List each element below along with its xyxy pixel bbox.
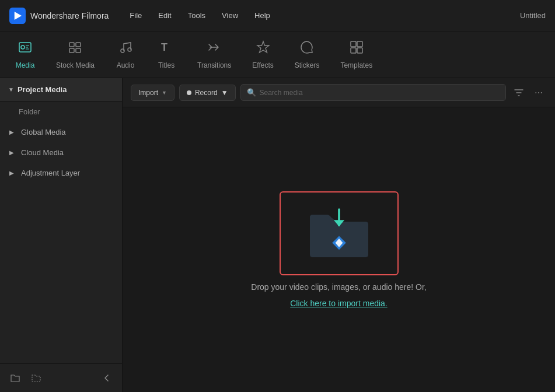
sidebar-chevron-icon: ▼ bbox=[8, 86, 14, 93]
sidebar-item-global-media[interactable]: ▶ Global Media bbox=[0, 122, 122, 142]
svg-rect-5 bbox=[76, 43, 81, 47]
svg-rect-12 bbox=[351, 41, 356, 47]
import-button[interactable]: Import ▼ bbox=[131, 85, 174, 101]
stock-media-icon bbox=[68, 40, 82, 58]
drop-folder-icon bbox=[304, 204, 374, 262]
more-options-icon: ⋯ bbox=[535, 88, 543, 97]
window-title: Untitled bbox=[520, 11, 546, 20]
filter-button[interactable] bbox=[511, 85, 527, 101]
svg-rect-6 bbox=[69, 48, 74, 52]
search-box: 🔍 bbox=[240, 84, 506, 101]
media-tab-icon bbox=[18, 40, 32, 58]
sidebar-footer bbox=[0, 363, 122, 392]
tab-titles-label: Titles bbox=[158, 61, 174, 69]
search-icon: 🔍 bbox=[247, 88, 256, 97]
sidebar-item-folder[interactable]: Folder bbox=[0, 102, 122, 122]
import-link[interactable]: Click here to import media. bbox=[290, 299, 388, 308]
record-dropdown-arrow-icon: ▼ bbox=[221, 89, 228, 97]
menu-help[interactable]: Help bbox=[247, 8, 277, 23]
svg-marker-11 bbox=[257, 41, 269, 52]
tab-templates[interactable]: Templates bbox=[330, 34, 383, 75]
content-panel: Import ▼ Record ▼ 🔍 ⋯ bbox=[123, 78, 555, 392]
audio-icon bbox=[118, 40, 132, 58]
adjustment-chevron-icon: ▶ bbox=[9, 170, 14, 176]
import-dropdown-arrow-icon: ▼ bbox=[162, 90, 167, 96]
adjustment-layer-label: Adjustment Layer bbox=[21, 169, 80, 177]
tab-media[interactable]: Media bbox=[5, 34, 46, 75]
titles-icon: T bbox=[159, 40, 173, 58]
new-folder-button[interactable] bbox=[7, 370, 23, 386]
drop-zone[interactable]: Drop your video clips, images, or audio … bbox=[123, 107, 555, 392]
tab-effects[interactable]: Effects bbox=[242, 34, 284, 75]
toolbar-actions: ⋯ bbox=[511, 85, 547, 101]
tab-transitions[interactable]: Transitions bbox=[187, 34, 242, 75]
content-toolbar: Import ▼ Record ▼ 🔍 ⋯ bbox=[123, 78, 555, 107]
svg-rect-13 bbox=[357, 41, 362, 47]
import-label: Import bbox=[138, 89, 158, 97]
menu-bar: File Edit Tools View Help bbox=[123, 8, 520, 23]
new-file-button[interactable] bbox=[28, 370, 44, 386]
tab-audio-label: Audio bbox=[117, 61, 135, 69]
tab-transitions-label: Transitions bbox=[197, 61, 231, 69]
menu-view[interactable]: View bbox=[215, 8, 245, 23]
main-content: ▼ Project Media Folder ▶ Global Media ▶ … bbox=[0, 78, 555, 392]
tab-media-label: Media bbox=[16, 61, 35, 69]
more-options-button[interactable]: ⋯ bbox=[530, 85, 547, 101]
menu-edit[interactable]: Edit bbox=[151, 8, 178, 23]
svg-rect-15 bbox=[357, 48, 362, 53]
title-bar: Wondershare Filmora File Edit Tools View… bbox=[0, 0, 555, 32]
tab-titles[interactable]: T Titles bbox=[146, 34, 187, 75]
drop-icon-container bbox=[280, 191, 399, 275]
tab-stickers[interactable]: Stickers bbox=[284, 34, 330, 75]
record-button[interactable]: Record ▼ bbox=[179, 85, 236, 101]
app-logo: Wondershare Filmora bbox=[9, 8, 109, 24]
stickers-icon bbox=[300, 40, 314, 58]
svg-point-3 bbox=[21, 46, 25, 49]
tab-stock-media-label: Stock Media bbox=[56, 61, 95, 69]
tab-audio[interactable]: Audio bbox=[105, 34, 146, 75]
sidebar-title: Project Media bbox=[18, 85, 67, 94]
tab-bar: Media Stock Media Audio T T bbox=[0, 32, 555, 78]
menu-file[interactable]: File bbox=[123, 8, 149, 23]
sidebar-item-adjustment-layer[interactable]: ▶ Adjustment Layer bbox=[0, 163, 122, 183]
sidebar: ▼ Project Media Folder ▶ Global Media ▶ … bbox=[0, 78, 123, 392]
transitions-icon bbox=[207, 40, 221, 58]
svg-rect-4 bbox=[69, 43, 74, 47]
tab-effects-label: Effects bbox=[252, 61, 273, 69]
sidebar-header: ▼ Project Media bbox=[0, 78, 122, 102]
collapse-sidebar-button[interactable] bbox=[99, 370, 115, 386]
templates-icon bbox=[350, 40, 364, 58]
record-label: Record bbox=[195, 89, 218, 97]
record-dot-icon bbox=[187, 90, 191, 95]
tab-templates-label: Templates bbox=[340, 61, 372, 69]
svg-rect-7 bbox=[76, 48, 81, 52]
drop-description: Drop your video clips, images, or audio … bbox=[251, 282, 426, 292]
effects-icon bbox=[256, 40, 270, 58]
folder-label: Folder bbox=[19, 107, 40, 116]
svg-text:T: T bbox=[161, 41, 167, 53]
svg-rect-14 bbox=[351, 48, 356, 53]
cloud-media-label: Cloud Media bbox=[21, 148, 64, 157]
global-media-label: Global Media bbox=[21, 128, 66, 136]
global-media-chevron-icon: ▶ bbox=[9, 129, 14, 135]
sidebar-item-cloud-media[interactable]: ▶ Cloud Media bbox=[0, 142, 122, 163]
tab-stock-media[interactable]: Stock Media bbox=[46, 34, 105, 75]
menu-tools[interactable]: Tools bbox=[181, 8, 212, 23]
search-input[interactable] bbox=[260, 89, 500, 97]
tab-stickers-label: Stickers bbox=[295, 61, 320, 69]
cloud-media-chevron-icon: ▶ bbox=[9, 149, 14, 156]
app-name: Wondershare Filmora bbox=[30, 11, 109, 20]
